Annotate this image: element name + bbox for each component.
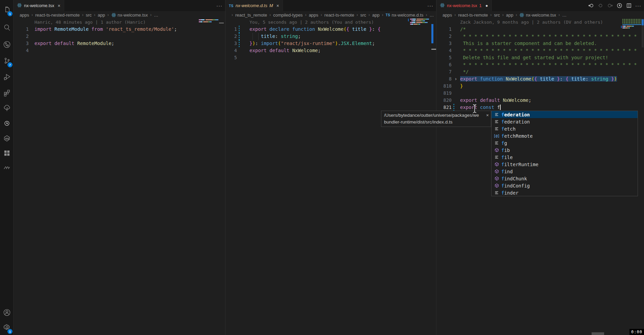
minimap-line[interactable]: [410, 24, 420, 25]
minimap-comment-line[interactable]: [622, 22, 641, 22]
code-line-4[interactable]: 4 * * * * * * * * * * * * * * * * * * * …: [436, 47, 644, 54]
activity-item-account[interactable]: [0, 306, 14, 320]
fold-collapsed-icon[interactable]: ›: [454, 75, 457, 83]
breadcrumb-item[interactable]: react-ts-remote: [458, 13, 488, 18]
minimap-line[interactable]: [622, 26, 634, 27]
breadcrumb-item[interactable]: …: [429, 13, 434, 18]
suggest-item-file[interactable]: file: [492, 154, 638, 161]
code-line-2[interactable]: 2: [14, 33, 225, 40]
more-actions-icon[interactable]: ···: [216, 3, 222, 9]
breadcrumb-item[interactable]: src: [360, 13, 366, 18]
activity-item-explorer[interactable]: 1: [0, 3, 14, 18]
breadcrumb-item[interactable]: react-ts-nested-remote: [35, 13, 80, 18]
breadcrumb-item[interactable]: src: [86, 13, 92, 18]
minimap-line[interactable]: [199, 21, 212, 22]
suggest-item-federation[interactable]: federation: [492, 111, 638, 118]
activity-item-gitlens[interactable]: [0, 116, 14, 131]
code-line-7[interactable]: 7 */: [436, 68, 644, 75]
editor-tab[interactable]: TSnx-welcome.d.tsM×: [225, 0, 283, 11]
suggest-item-fg[interactable]: fg: [492, 139, 638, 147]
activity-item-grid-extension[interactable]: [0, 146, 14, 161]
breadcrumb-item[interactable]: …: [154, 13, 158, 18]
activity-item-extensions[interactable]: [0, 86, 14, 101]
code-line-5[interactable]: 5 Delete this file and get started with …: [436, 54, 644, 61]
more-actions-icon[interactable]: ···: [427, 3, 433, 9]
next-change-icon[interactable]: [607, 3, 613, 9]
breadcrumb-item[interactable]: apps: [443, 13, 452, 18]
code-line-3[interactable]: 3}): import("react/jsx-runtime").JSX.Ele…: [225, 40, 436, 47]
suggest-item-fetchRemote[interactable]: [@]fetchRemote: [492, 132, 638, 139]
code-line-4[interactable]: 4: [14, 47, 225, 54]
popup-close-icon[interactable]: ×: [485, 112, 489, 119]
suggest-item-find[interactable]: find: [492, 168, 638, 175]
minimap-comment-line[interactable]: [622, 23, 641, 24]
breadcrumb-item[interactable]: apps: [20, 13, 29, 18]
breadcrumb-item[interactable]: nx-welcome.tsx: [111, 13, 148, 18]
minimap-line[interactable]: [410, 22, 428, 23]
suggest-item-finder[interactable]: finder: [492, 189, 638, 196]
code-line-820[interactable]: 820export default NxWelcome;: [436, 97, 644, 104]
code-line-5[interactable]: 5: [225, 54, 436, 61]
previous-change-icon[interactable]: [588, 3, 594, 9]
suggest-item-filterRuntime[interactable]: filterRuntime: [492, 161, 638, 168]
suggest-item-findConfig[interactable]: findConfig: [492, 182, 638, 189]
activity-item-source-control-graph[interactable]: [0, 38, 14, 52]
code-line-1[interactable]: 1export declare function NxWelcome({ tit…: [225, 26, 436, 33]
editor-tab[interactable]: nx-welcome.tsx×: [14, 0, 64, 11]
scrollbar-fragment[interactable]: [592, 332, 604, 335]
minimap-comment-line[interactable]: [622, 22, 641, 23]
minimap-line[interactable]: [199, 19, 218, 20]
code-line-819[interactable]: 819: [436, 90, 644, 97]
breadcrumb-item[interactable]: react-ts-remote: [325, 13, 354, 18]
change-indicator-icon[interactable]: [597, 3, 603, 9]
tab-close-icon[interactable]: ×: [277, 3, 279, 8]
breadcrumb-item[interactable]: react_ts_remote: [235, 13, 267, 18]
minimap-modified-mark[interactable]: [408, 19, 409, 21]
suggest-item-findChunk[interactable]: findChunk: [492, 175, 638, 182]
breadcrumb-item[interactable]: …: [562, 13, 567, 18]
suggest-item-federation[interactable]: federation: [492, 118, 638, 125]
breadcrumb-item[interactable]: app: [506, 13, 514, 18]
code-line-3[interactable]: 3export default RemoteModule;: [14, 40, 225, 47]
editor-tab[interactable]: nx-welcome.tsx1●: [436, 0, 492, 11]
breadcrumb-item[interactable]: apps: [309, 13, 318, 18]
split-editor-icon[interactable]: [626, 3, 632, 9]
code-editor[interactable]: You, 5 seconds ago | 2 authors (You and …: [225, 19, 436, 335]
activity-item-search[interactable]: [0, 21, 14, 36]
code-editor[interactable]: Hanric, 48 minutes ago | 1 author (Hanri…: [14, 19, 225, 335]
code-line-8[interactable]: 8›export function NxWelcome({ title }: {…: [436, 75, 644, 83]
tab-close-icon[interactable]: ×: [58, 3, 61, 8]
activity-item-squiggle-extension[interactable]: [0, 161, 14, 176]
code-line-4[interactable]: 4export default NxWelcome;: [225, 47, 436, 54]
code-line-3[interactable]: 3 This is a starter component and can be…: [436, 40, 644, 47]
code-line-6[interactable]: 6 * * * * * * * * * * * * * * * * * * * …: [436, 61, 644, 68]
tab-dirty-dot[interactable]: ●: [485, 3, 488, 8]
minimap-line[interactable]: [410, 19, 429, 20]
minimap-comment-line[interactable]: [622, 21, 641, 21]
minimap-modified-mark[interactable]: [621, 26, 622, 28]
minimap-comment-line[interactable]: [622, 20, 641, 21]
minimap-line[interactable]: [622, 27, 630, 28]
breadcrumb-item[interactable]: app: [98, 13, 105, 18]
breadcrumb-item[interactable]: nx-welcome.tsx: [519, 13, 556, 18]
minimap-comment-line[interactable]: [622, 19, 641, 20]
activity-item-ribbon-extension[interactable]: [0, 131, 14, 146]
code-line-1[interactable]: 1/*: [436, 26, 644, 33]
gitlens-annotate-icon[interactable]: [616, 3, 622, 9]
code-line-2[interactable]: 2 title: string;: [225, 33, 436, 40]
minimap-line[interactable]: [411, 20, 425, 21]
minimap-selected-line[interactable]: [622, 24, 641, 25]
breadcrumb-item[interactable]: app: [372, 13, 380, 18]
breadcrumb-item[interactable]: TSnx-welcome.d.ts: [386, 13, 424, 18]
activity-item-run-debug[interactable]: [0, 70, 14, 85]
activity-item-settings[interactable]: 1: [0, 320, 14, 335]
breadcrumb-item[interactable]: src: [494, 13, 500, 18]
suggest-item-fetch[interactable]: fetch: [492, 125, 638, 132]
code-line-821[interactable]: 821export const f: [436, 104, 644, 111]
code-line-1[interactable]: 1import RemoteModule from 'react_ts_remo…: [14, 26, 225, 33]
suggest-item-fib[interactable]: fib: [492, 147, 638, 154]
code-line-818[interactable]: 818}: [436, 83, 644, 90]
more-actions-icon[interactable]: ···: [635, 3, 641, 9]
breadcrumb-item[interactable]: compiled-types: [273, 13, 303, 18]
activity-item-source-control[interactable]: 7: [0, 54, 14, 69]
